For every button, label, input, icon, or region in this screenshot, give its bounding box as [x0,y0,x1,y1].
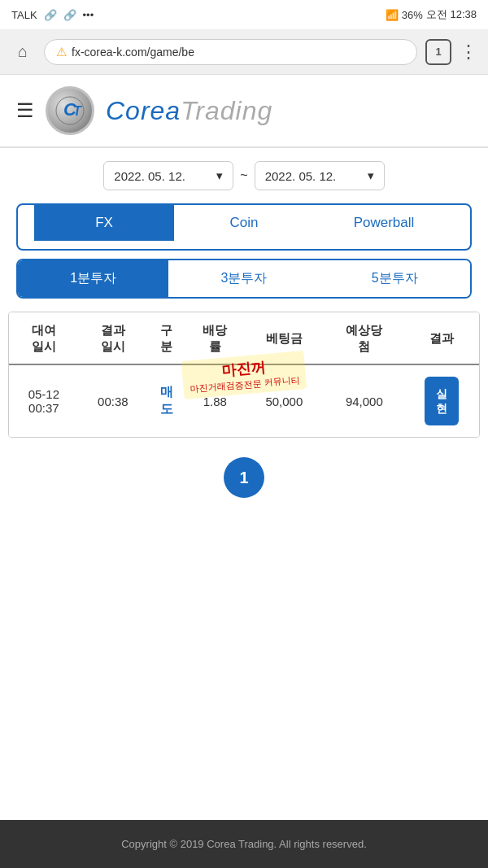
cell-result[interactable]: 실현 [404,364,479,437]
site-footer: Copyright © 2019 Corea Trading. All righ… [0,820,488,868]
footer-text: Copyright © 2019 Corea Trading. All righ… [121,838,367,850]
col-header-amount: 베팅금 [244,312,325,364]
address-bar[interactable]: ⚠ fx-corea-k.com/game/be [44,39,417,65]
url-text: fx-corea-k.com/game/be [72,46,194,59]
hamburger-menu-button[interactable]: ☰ [16,99,34,122]
tab-powerball[interactable]: Powerball [314,205,454,241]
col-header-end-time: 결과일시 [79,312,147,364]
col-header-result: 결과 [404,312,479,364]
status-left: TALK 🔗 🔗 ••• [11,9,94,21]
trades-table: 대여일시 결과일시 구분 배당률 베팅금 예상당첨 [9,312,479,437]
logo-corea: Corea [106,96,181,125]
start-date-value: 2022. 05. 12. [114,169,185,183]
date-range: 2022. 05. 12. ▾ ~ 2022. 05. 12. ▾ [0,148,488,203]
time-label: 오전 12:38 [426,7,477,22]
category-tab-group: FX Coin Powerball [16,203,472,251]
cell-amount: 50,000 [244,364,325,437]
col-header-start-time: 대여일시 [9,312,79,364]
signal-icon: 📶 [386,9,399,21]
pagination: 1 [0,438,488,517]
site-header: ☰ C T CoreaTrading [0,75,488,148]
status-right: 📶 36% 오전 12:38 [386,7,477,22]
logo-text: CoreaTrading [106,96,272,126]
browser-menu-button[interactable]: ⋮ [460,41,478,63]
table-header-row: 대여일시 결과일시 구분 배당률 베팅금 예상당첨 [9,312,479,364]
end-date-select[interactable]: 2022. 05. 12. ▾ [255,161,385,190]
duration-tab-group: 1분투자 3분투자 5분투자 [16,259,472,299]
tab-coin[interactable]: Coin [174,205,314,241]
cell-rate: 1.88 [186,364,244,437]
browser-chrome: ⌂ ⚠ fx-corea-k.com/game/be 1 ⋮ [0,29,488,75]
talk-label: TALK [11,9,37,21]
cell-end-time: 00:38 [79,364,147,437]
warning-icon: ⚠ [56,45,67,59]
home-button[interactable]: ⌂ [10,39,36,65]
tab-fx[interactable]: FX [34,205,174,241]
logo-trading: Trading [181,96,272,125]
col-header-type: 구분 [147,312,186,364]
col-header-expected: 예상당첨 [325,312,405,364]
main-content: ☰ C T CoreaTrading 2022. 05. 12. ▾ ~ 202… [0,75,488,820]
logo-icon: C T [46,86,94,135]
tab-3min[interactable]: 3분투자 [168,260,319,297]
start-date-chevron: ▾ [216,168,223,183]
date-tilde: ~ [240,168,247,183]
link-icon2: 🔗 [63,9,76,21]
end-date-chevron: ▾ [368,168,374,183]
svg-text:T: T [73,104,82,118]
more-icon: ••• [83,9,94,21]
end-date-value: 2022. 05. 12. [265,169,337,183]
page-1-button[interactable]: 1 [224,457,264,498]
trades-table-wrapper: 대여일시 결과일시 구분 배당률 베팅금 예상당첨 [8,312,480,438]
battery-text: 36% [402,9,423,21]
col-header-rate: 배당률 [186,312,244,364]
start-date-select[interactable]: 2022. 05. 12. ▾ [103,161,233,190]
table-row: 05-1200:37 00:38 매도 1.88 50,000 [9,364,479,437]
cell-type: 매도 [147,364,186,437]
cell-expected: 94,000 [325,364,405,437]
tab-5min[interactable]: 5분투자 [320,260,470,297]
cell-start-time: 05-1200:37 [9,364,79,437]
tab-count[interactable]: 1 [425,39,451,65]
status-bar: TALK 🔗 🔗 ••• 📶 36% 오전 12:38 [0,0,488,29]
link-icon1: 🔗 [44,9,57,21]
tab-1min[interactable]: 1분투자 [18,260,168,297]
result-button[interactable]: 실현 [425,377,459,425]
